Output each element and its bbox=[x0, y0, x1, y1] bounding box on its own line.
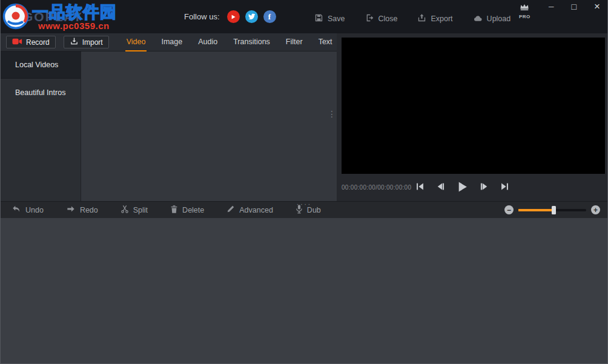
play-button[interactable] bbox=[455, 180, 469, 196]
watermark-emblem-icon bbox=[2, 2, 30, 33]
delete-button[interactable]: Delete bbox=[170, 205, 204, 216]
preview-controls: 00:00:00:00/00:00:00:00 bbox=[337, 174, 607, 201]
media-toolbar: Record Import Video Image Audio Transiti… bbox=[1, 33, 337, 51]
media-tabs: Video Image Audio Transitions Filter Tex… bbox=[125, 33, 373, 51]
record-button[interactable]: Record bbox=[6, 36, 56, 48]
tab-image[interactable]: Image bbox=[160, 33, 183, 51]
skip-start-icon bbox=[415, 182, 425, 193]
tab-text[interactable]: Text bbox=[317, 33, 334, 51]
youtube-icon[interactable] bbox=[227, 10, 240, 23]
zoom-slider[interactable] bbox=[518, 209, 586, 211]
zoom-in-button[interactable]: + bbox=[591, 205, 600, 214]
minimize-button[interactable]: ─ bbox=[547, 1, 555, 12]
watermark-text: 一品软件园 www.pc0359.cn bbox=[32, 4, 117, 31]
workspace: Record Import Video Image Audio Transiti… bbox=[1, 33, 607, 201]
timecode: 00:00:00:00/00:00:00:00 bbox=[342, 184, 411, 191]
prev-frame-icon bbox=[436, 182, 445, 193]
undo-button[interactable]: Undo bbox=[12, 205, 44, 215]
tab-transitions[interactable]: Transitions bbox=[232, 33, 271, 51]
video-preview-screen bbox=[342, 38, 605, 174]
close-project-button[interactable]: Close bbox=[365, 13, 398, 24]
next-frame-icon bbox=[480, 182, 489, 193]
sidebar-item-local-videos[interactable]: Local Videos bbox=[1, 51, 81, 79]
maximize-button[interactable]: □ bbox=[570, 1, 578, 12]
import-button[interactable]: Import bbox=[64, 36, 109, 48]
prev-frame-button[interactable] bbox=[435, 181, 446, 194]
pencil-icon bbox=[226, 205, 235, 215]
facebook-icon[interactable]: f bbox=[263, 10, 276, 23]
upload-button[interactable]: Upload bbox=[473, 14, 511, 24]
zoom-slider-handle[interactable] bbox=[552, 206, 556, 214]
panel-resize-handle[interactable]: ···· bbox=[296, 199, 311, 208]
play-icon bbox=[457, 181, 468, 194]
follow-us-label: Follow us: bbox=[184, 12, 220, 21]
exit-icon bbox=[365, 13, 374, 24]
window-controls: ─ □ × bbox=[547, 1, 601, 12]
skip-end-icon bbox=[500, 182, 509, 193]
media-library-column: Record Import Video Image Audio Transiti… bbox=[1, 33, 337, 201]
tab-filter[interactable]: Filter bbox=[285, 33, 304, 51]
scissors-icon bbox=[121, 205, 129, 215]
record-camera-icon bbox=[12, 38, 22, 47]
preview-panel: 00:00:00:00/00:00:00:00 bbox=[337, 33, 607, 201]
close-window-button[interactable]: × bbox=[593, 1, 601, 12]
trash-icon bbox=[170, 205, 178, 216]
timeline-toolbar: ···· Undo Redo Split Delete bbox=[1, 201, 607, 218]
header-actions: Save Close Export Upload bbox=[314, 0, 511, 33]
cloud-upload-icon bbox=[473, 14, 483, 24]
follow-us: Follow us: f bbox=[184, 0, 276, 33]
save-button[interactable]: Save bbox=[314, 13, 345, 24]
tab-audio[interactable]: Audio bbox=[197, 33, 219, 51]
skip-start-button[interactable] bbox=[414, 181, 426, 194]
crown-icon bbox=[520, 2, 529, 13]
pro-label: PRO bbox=[519, 14, 530, 19]
site-watermark: 一品软件园 www.pc0359.cn bbox=[2, 2, 117, 33]
import-icon bbox=[70, 37, 79, 47]
title-bar: GOPLAY 一品软件园 www.pc0359.cn Follow us: bbox=[1, 0, 607, 33]
timeline-area[interactable] bbox=[1, 218, 607, 363]
undo-icon bbox=[12, 205, 21, 215]
timeline-zoom: − + bbox=[504, 205, 600, 214]
split-button[interactable]: Split bbox=[121, 205, 148, 215]
save-icon bbox=[314, 13, 323, 24]
skip-end-button[interactable] bbox=[499, 181, 511, 194]
tab-video[interactable]: Video bbox=[125, 33, 147, 51]
next-frame-button[interactable] bbox=[478, 181, 490, 194]
zoom-slider-fill bbox=[518, 209, 553, 211]
panel-drag-handle[interactable]: ⋮ bbox=[328, 110, 336, 118]
advanced-button[interactable]: Advanced bbox=[226, 205, 273, 215]
watermark-title: 一品软件园 bbox=[32, 4, 117, 21]
export-icon bbox=[417, 13, 426, 24]
watermark-url: www.pc0359.cn bbox=[38, 21, 117, 31]
zoom-out-button[interactable]: − bbox=[504, 205, 514, 214]
twitter-icon[interactable] bbox=[245, 10, 258, 23]
media-list-panel: ⋮ bbox=[81, 51, 337, 201]
redo-button[interactable]: Redo bbox=[66, 205, 98, 215]
playback-controls bbox=[414, 174, 511, 201]
video-editor-app: GOPLAY 一品软件园 www.pc0359.cn Follow us: bbox=[0, 0, 608, 364]
media-sidebar: Local Videos Beautiful Intros bbox=[1, 51, 81, 201]
pro-badge[interactable]: PRO bbox=[519, 2, 530, 19]
sidebar-item-beautiful-intros[interactable]: Beautiful Intros bbox=[1, 79, 81, 106]
media-content: Local Videos Beautiful Intros ⋮ bbox=[1, 51, 337, 201]
redo-icon bbox=[66, 205, 76, 215]
export-button[interactable]: Export bbox=[417, 13, 452, 24]
